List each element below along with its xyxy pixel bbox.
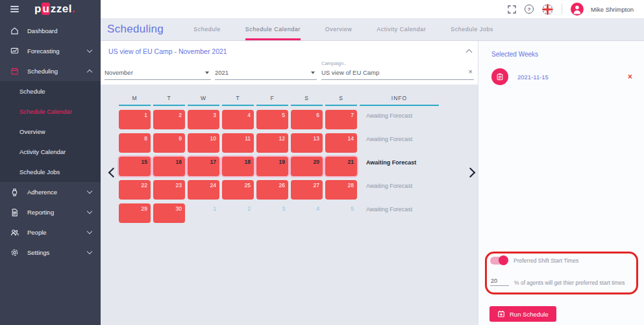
run-schedule-button[interactable]: Run Schedule xyxy=(489,306,556,322)
sidebar-item-schedule-calendar[interactable]: Schedule Calendar xyxy=(0,101,101,122)
day-number: 8 xyxy=(144,135,147,142)
day-cell[interactable]: 4 xyxy=(222,110,254,129)
week-info: Awaiting Forecast xyxy=(360,110,439,129)
day-cell[interactable]: 30 xyxy=(153,203,185,223)
avatar[interactable] xyxy=(571,3,584,16)
day-cell[interactable]: 8 xyxy=(119,133,151,153)
campaign-input[interactable]: US view of EU Camp × xyxy=(321,69,474,80)
sidebar-item-reporting[interactable]: Reporting xyxy=(0,202,101,222)
home-icon xyxy=(10,27,19,36)
day-cell[interactable]: 24 xyxy=(188,180,219,200)
day-number: 13 xyxy=(314,135,319,142)
chevron-down-icon xyxy=(87,188,92,194)
day-header: W xyxy=(188,95,219,106)
day-cell[interactable]: 1 xyxy=(119,110,151,129)
user-name: Mike Shrimpton xyxy=(591,6,634,13)
day-cell[interactable]: 19 xyxy=(256,157,288,176)
tab-activity-calendar[interactable]: Activity Calendar xyxy=(377,18,426,40)
chevron-down-icon xyxy=(87,209,92,214)
sidebar-item-overview[interactable]: Overview xyxy=(0,122,101,142)
tab-schedule-jobs[interactable]: Schedule Jobs xyxy=(451,18,493,40)
tab-schedule-calendar[interactable]: Schedule Calendar xyxy=(245,18,301,40)
day-cell[interactable]: 12 xyxy=(256,133,288,153)
day-cell[interactable]: 23 xyxy=(153,180,185,200)
day-cell[interactable]: 13 xyxy=(291,133,323,153)
filter-panel-title: US view of EU Camp - November 2021 xyxy=(108,47,227,55)
day-number: 2 xyxy=(179,112,182,118)
sidebar: puzzel. Dashboard Forecasting Sched xyxy=(0,0,101,325)
tab-schedule[interactable]: Schedule xyxy=(193,18,221,40)
day-cell[interactable]: 28 xyxy=(325,180,357,200)
calendar-week-row[interactable]: 22232425262728Awaiting Forecast xyxy=(119,180,439,200)
day-cell[interactable]: 16 xyxy=(153,157,185,176)
sidebar-item-people[interactable]: People xyxy=(0,222,101,242)
dropdown-caret-icon xyxy=(205,72,209,74)
day-cell[interactable]: 6 xyxy=(291,110,323,129)
day-cell[interactable]: 10 xyxy=(188,133,219,153)
day-cell[interactable]: 7 xyxy=(325,110,357,129)
remove-week-icon[interactable]: × xyxy=(628,72,632,81)
help-icon[interactable]: ? xyxy=(525,5,534,14)
day-cell[interactable]: 17 xyxy=(188,157,219,176)
logo-u-block: u xyxy=(42,3,50,15)
tab-overview[interactable]: Overview xyxy=(325,18,353,40)
topbar: ? Mike Shrimpton xyxy=(101,0,644,18)
preferred-shift-toggle[interactable] xyxy=(490,257,507,265)
day-cell[interactable]: 18 xyxy=(222,157,254,176)
day-header: T xyxy=(222,95,254,106)
sidebar-item-scheduling[interactable]: Scheduling xyxy=(0,61,101,81)
day-cell[interactable]: 14 xyxy=(325,133,357,153)
day-header: F xyxy=(256,95,288,106)
day-header: M xyxy=(119,95,151,106)
day-number: 14 xyxy=(348,135,354,142)
sidebar-item-activity-calendar[interactable]: Activity Calendar xyxy=(0,142,101,162)
day-cell[interactable]: 25 xyxy=(222,180,254,200)
next-month-day: 1 xyxy=(188,203,219,223)
run-schedule-label: Run Schedule xyxy=(510,311,549,318)
sidebar-item-settings[interactable]: Settings xyxy=(0,242,101,263)
year-select[interactable]: 2021 xyxy=(215,69,317,80)
sidebar-item-schedule[interactable]: Schedule xyxy=(0,81,101,101)
sidebar-item-dashboard[interactable]: Dashboard xyxy=(0,21,101,41)
day-cell[interactable]: 29 xyxy=(119,203,151,223)
sidebar-item-adherence[interactable]: Adherence xyxy=(0,182,101,202)
clear-campaign-icon[interactable]: × xyxy=(469,68,473,75)
day-cell[interactable]: 27 xyxy=(291,180,323,200)
day-cell[interactable]: 5 xyxy=(256,110,288,129)
day-cell[interactable]: 3 xyxy=(188,110,219,129)
selected-weeks-panel: Selected Weeks 2021-11-15× Preferred Shi… xyxy=(478,41,644,325)
day-cell[interactable]: 9 xyxy=(153,133,185,153)
day-cell[interactable]: 2 xyxy=(153,110,185,129)
brand-row: puzzel. xyxy=(0,0,101,18)
day-cell[interactable]: 21 xyxy=(325,157,357,176)
fullscreen-icon[interactable] xyxy=(508,5,516,14)
day-number: 3 xyxy=(213,112,216,118)
selected-weeks-title: Selected Weeks xyxy=(491,51,644,58)
day-number: 18 xyxy=(245,159,251,165)
sidebar-item-schedule-jobs[interactable]: Schedule Jobs xyxy=(0,162,101,182)
uk-flag-icon[interactable] xyxy=(542,4,553,15)
gear-icon xyxy=(10,248,19,257)
percent-input[interactable] xyxy=(490,278,509,286)
next-month-arrow[interactable] xyxy=(465,168,476,178)
day-header: T xyxy=(153,95,185,106)
day-header: S xyxy=(325,95,357,106)
day-cell[interactable]: 26 xyxy=(256,180,288,200)
month-select[interactable]: November xyxy=(105,69,211,80)
sidebar-item-forecasting[interactable]: Forecasting xyxy=(0,41,101,61)
day-cell[interactable]: 20 xyxy=(291,157,323,176)
day-cell[interactable]: 15 xyxy=(119,157,151,176)
dropdown-caret-icon xyxy=(311,72,315,74)
hamburger-menu-icon[interactable] xyxy=(10,5,19,14)
calendar-week-row[interactable]: 293012345Awaiting Forecast xyxy=(119,203,439,223)
collapse-chevron-icon[interactable] xyxy=(466,49,473,56)
calendar-week-row[interactable]: 1234567Awaiting Forecast xyxy=(119,110,439,129)
calendar-week-row[interactable]: 15161718192021Awaiting Forecast xyxy=(119,157,439,176)
selected-week-date: 2021-11-15 xyxy=(517,73,628,81)
prev-month-arrow[interactable] xyxy=(108,168,119,178)
day-cell[interactable]: 22 xyxy=(119,180,151,200)
day-number: 22 xyxy=(142,182,147,188)
day-cell[interactable]: 11 xyxy=(222,133,254,153)
calendar-week-row[interactable]: 891011121314Awaiting Forecast xyxy=(119,133,439,153)
calendar-header-row: MTWTFSSINFO xyxy=(119,95,439,106)
